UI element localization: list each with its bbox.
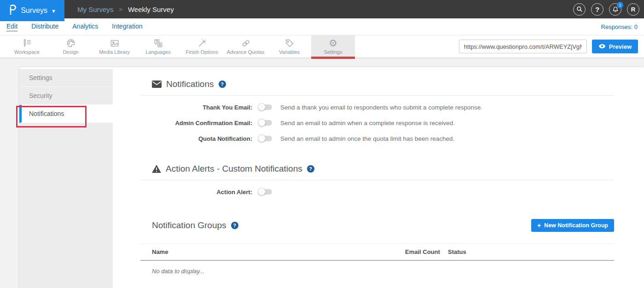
sidebar-item-notifications[interactable]: Notifications bbox=[19, 105, 113, 123]
toolbar-tab-media-library[interactable]: Media Library bbox=[93, 35, 136, 58]
nav-tab-distribute[interactable]: Distribute bbox=[31, 23, 58, 31]
thank-you-email-toggle[interactable] bbox=[258, 104, 272, 110]
nav-tab-analytics[interactable]: Analytics bbox=[72, 23, 98, 31]
toolbar-right: Preview bbox=[459, 40, 644, 53]
toggle-label: Admin Confirmation Email: bbox=[152, 120, 252, 127]
page-area: Settings Security Notifications Notifica… bbox=[0, 58, 644, 288]
action-alert-toggles: Action Alert: bbox=[140, 188, 614, 196]
advance-quotas-icon bbox=[241, 38, 251, 48]
chevron-down-icon: ▼ bbox=[51, 8, 56, 14]
toggle-knob bbox=[258, 103, 266, 111]
plus-icon: + bbox=[537, 222, 541, 229]
toggle-row: Action Alert: bbox=[140, 188, 614, 196]
action-alert-toggle[interactable] bbox=[258, 189, 272, 195]
media-library-icon bbox=[110, 38, 120, 48]
annotation-red-underline bbox=[311, 57, 355, 59]
toolbar-tab-settings[interactable]: ⚙ Settings bbox=[311, 35, 355, 58]
header-actions: ? 1 R bbox=[573, 0, 639, 18]
sidebar-item-security[interactable]: Security bbox=[19, 87, 113, 105]
eye-icon bbox=[598, 43, 606, 50]
survey-url-input[interactable] bbox=[459, 40, 587, 53]
breadcrumb-parent[interactable]: My Surveys bbox=[77, 6, 113, 13]
nav-tab-integration[interactable]: Integration bbox=[112, 23, 142, 31]
finish-options-icon bbox=[197, 38, 207, 48]
action-alerts-section-header: Action Alerts - Custom Notifications ? bbox=[140, 164, 614, 174]
column-header-status: Status bbox=[448, 248, 614, 255]
help-icon: ? bbox=[595, 6, 599, 13]
notification-count-badge: 1 bbox=[617, 2, 623, 8]
section-title: Notification Groups bbox=[152, 220, 226, 230]
toggle-label: Action Alert: bbox=[152, 189, 252, 196]
settings-sidebar: Settings Security Notifications bbox=[19, 67, 113, 288]
admin-confirmation-email-toggle[interactable] bbox=[258, 120, 272, 126]
product-menu-label: Surveys bbox=[21, 6, 47, 15]
survey-nav: Edit Distribute Analytics Integration Re… bbox=[0, 18, 644, 35]
toggle-description: Send an email to admin when a complete r… bbox=[280, 120, 455, 127]
notification-groups-table: Name Email Count Status No data to displ… bbox=[140, 243, 614, 275]
section-divider bbox=[140, 180, 614, 180]
section-title: Notifications bbox=[166, 79, 214, 89]
nav-tab-edit[interactable]: Edit bbox=[6, 23, 17, 31]
toggle-label: Quota Notification: bbox=[152, 135, 252, 142]
table-header-row: Name Email Count Status bbox=[140, 243, 614, 261]
toggle-knob bbox=[258, 119, 266, 127]
toggle-row: Thank You Email: Send a thank you email … bbox=[140, 103, 614, 111]
notifications-button[interactable]: 1 bbox=[609, 3, 621, 16]
help-icon[interactable]: ? bbox=[307, 165, 314, 173]
help-icon[interactable]: ? bbox=[219, 81, 226, 88]
toggle-knob bbox=[258, 134, 266, 142]
toggle-knob bbox=[258, 188, 266, 196]
settings-card: Settings Security Notifications Notifica… bbox=[19, 67, 644, 288]
envelope-icon bbox=[152, 81, 162, 88]
settings-icon: ⚙ bbox=[329, 38, 337, 48]
responses-count[interactable]: Responses: 0 bbox=[601, 23, 638, 30]
toggle-description: Send a thank you email to respondents wh… bbox=[280, 104, 482, 111]
help-button[interactable]: ? bbox=[591, 3, 603, 16]
toggle-description: Send an email to admin once the quota li… bbox=[280, 135, 454, 142]
toolbar-tab-variables[interactable]: Variables bbox=[267, 35, 311, 58]
quota-notification-toggle[interactable] bbox=[258, 136, 272, 141]
languages-icon bbox=[153, 38, 163, 48]
workspace-icon bbox=[22, 38, 32, 48]
notification-toggles: Thank You Email: Send a thank you email … bbox=[140, 103, 614, 143]
toggle-label: Thank You Email: bbox=[152, 104, 252, 111]
breadcrumb-separator-icon: > bbox=[119, 6, 122, 13]
questionpro-logo-icon bbox=[8, 5, 17, 17]
account-avatar[interactable]: R bbox=[627, 3, 639, 16]
notification-groups-header: Notification Groups ? + New Notification… bbox=[140, 219, 614, 232]
notifications-panel: Notifications ? Thank You Email: Send a … bbox=[113, 67, 644, 288]
design-icon bbox=[66, 38, 76, 48]
breadcrumb: My Surveys > Weekly Survey bbox=[77, 6, 174, 13]
warning-triangle-icon bbox=[152, 165, 161, 173]
search-button[interactable] bbox=[573, 3, 586, 16]
toolbar-tab-advance-quotas[interactable]: Advance Quotas bbox=[224, 35, 267, 58]
product-menu[interactable]: Surveys ▼ bbox=[0, 0, 64, 21]
help-icon[interactable]: ? bbox=[231, 222, 238, 229]
toolbar-tab-languages[interactable]: Languages bbox=[136, 35, 180, 58]
toolbar-tab-design[interactable]: Design bbox=[49, 35, 93, 58]
avatar-initial: R bbox=[631, 6, 635, 13]
toggle-row: Quota Notification: Send an email to adm… bbox=[140, 134, 614, 143]
notifications-section-header: Notifications ? bbox=[140, 79, 614, 89]
breadcrumb-current: Weekly Survey bbox=[128, 6, 174, 13]
toolbar-tab-finish-options[interactable]: Finish Options bbox=[180, 35, 224, 58]
column-header-name: Name bbox=[152, 248, 405, 255]
toggle-row: Admin Confirmation Email: Send an email … bbox=[140, 119, 614, 127]
section-title: Action Alerts - Custom Notifications bbox=[166, 164, 302, 174]
new-notification-group-button[interactable]: + New Notification Group bbox=[531, 219, 614, 232]
app-header: Surveys ▼ My Surveys > Weekly Survey ? 1… bbox=[0, 0, 644, 18]
column-header-email-count: Email Count bbox=[405, 248, 448, 255]
variables-icon bbox=[284, 38, 295, 48]
preview-button[interactable]: Preview bbox=[592, 40, 638, 53]
search-icon bbox=[576, 6, 583, 12]
empty-table-message: No data to display... bbox=[152, 268, 614, 275]
sidebar-item-settings[interactable]: Settings bbox=[19, 69, 113, 87]
toolbar-tab-workspace[interactable]: Workspace bbox=[5, 35, 49, 58]
edit-toolbar: Workspace Design Media Library Languages… bbox=[0, 35, 644, 58]
groups-title-wrap: Notification Groups ? bbox=[152, 220, 238, 230]
section-divider bbox=[140, 95, 614, 96]
